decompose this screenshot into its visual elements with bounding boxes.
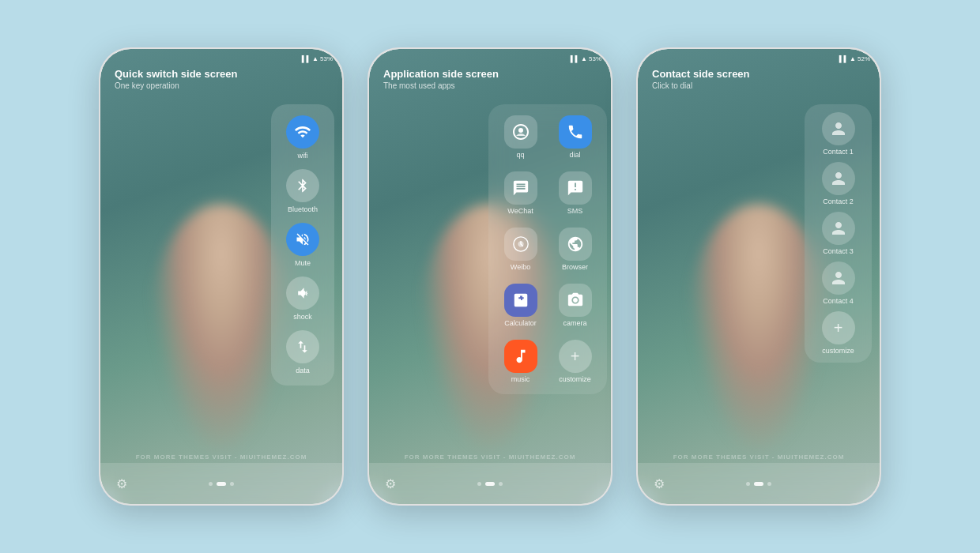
data-icon[interactable] [286, 330, 319, 363]
calculator-icon[interactable] [504, 284, 537, 317]
app-qq[interactable]: qq [495, 111, 546, 164]
phone-2-bottom-bar: ⚙ [369, 463, 611, 504]
sms-icon[interactable] [559, 171, 592, 205]
contact-1-avatar[interactable] [822, 112, 855, 145]
browser-label: Browser [562, 263, 588, 271]
page-indicator [209, 482, 234, 486]
settings-icon[interactable]: ⚙ [116, 476, 130, 491]
dot-1-2 [477, 482, 481, 486]
contact-4-avatar[interactable] [822, 261, 855, 295]
shock-label: shock [293, 313, 312, 321]
app-weibo[interactable]: Weibo [495, 223, 546, 276]
bluetooth-icon[interactable] [286, 169, 319, 202]
dot-2-2 [485, 482, 495, 486]
data-label: data [296, 367, 310, 374]
app-dial[interactable]: dial [549, 111, 601, 164]
app-sms[interactable]: SMS [549, 167, 601, 220]
svg-rect-3 [520, 302, 522, 303]
phone-2-watermark: FOR MORE THEMES VISIT - MIUITHEMEZ.COM [369, 453, 611, 461]
page-indicator-2 [477, 482, 503, 486]
signal-icon-3: ▌▌ [839, 55, 848, 62]
contact-customize-label: customize [822, 347, 854, 355]
phone-1-screen: ▌▌ ▲ 53% Quick switch side screen One ke… [100, 49, 342, 504]
contact-1-label: Contact 1 [823, 148, 854, 156]
mute-icon[interactable] [286, 223, 319, 256]
wifi-icon-2: ▲ [581, 55, 587, 62]
wechat-label: WeChat [507, 207, 533, 215]
bluetooth-label: Bluetooth [288, 205, 318, 213]
app-music[interactable]: music [495, 335, 546, 388]
phone-2-title: Application side screen [383, 68, 499, 80]
contact-4[interactable]: Contact 4 [809, 261, 867, 305]
customize-add-icon[interactable]: + [559, 340, 592, 373]
weibo-icon[interactable] [504, 228, 537, 261]
settings-icon-2[interactable]: ⚙ [385, 476, 399, 491]
qq-label: qq [516, 151, 524, 159]
phone-2-screen: ▌▌ ▲ 53% Application side screen The mos… [369, 49, 611, 504]
status-icons-2: ▌▌ ▲ 53% [571, 55, 601, 62]
dot-3-2 [499, 482, 503, 486]
phone-1-watermark: FOR MORE THEMES VISIT - MIUITHEMEZ.COM [100, 453, 342, 461]
contact-2-avatar[interactable] [822, 162, 855, 195]
svg-point-0 [518, 128, 523, 133]
app-camera[interactable]: camera [549, 279, 601, 332]
phone-1-bottom-bar: ⚙ [100, 463, 342, 504]
app-calculator[interactable]: Calculator [495, 279, 546, 332]
phone-2-header: Application side screen The most used ap… [383, 68, 499, 90]
data-toggle[interactable]: data [286, 330, 319, 374]
camera-label: camera [563, 319, 586, 327]
calculator-label: Calculator [504, 319, 537, 327]
dot-2 [217, 482, 226, 486]
settings-icon-3[interactable]: ⚙ [654, 476, 668, 491]
phone-3-bottom-bar: ⚙ [638, 463, 880, 504]
mute-label: Mute [295, 259, 311, 267]
dot-1-3 [746, 482, 750, 486]
battery-text: 53% [320, 55, 333, 62]
phone-1-title: Quick switch side screen [115, 68, 237, 80]
phone-3-title: Contact side screen [652, 68, 750, 80]
dot-2-3 [754, 482, 763, 486]
app-browser[interactable]: Browser [549, 223, 601, 276]
phone-2: ▌▌ ▲ 53% Application side screen The mos… [368, 47, 612, 506]
dial-icon[interactable] [559, 115, 592, 149]
camera-icon[interactable] [559, 284, 592, 317]
phone-3-status-bar: ▌▌ ▲ 52% [638, 55, 880, 62]
phone-3-subtitle: Click to dial [652, 81, 750, 90]
contact-1[interactable]: Contact 1 [809, 112, 867, 156]
app-wechat[interactable]: WeChat [495, 167, 546, 220]
contact-2-label: Contact 2 [823, 198, 854, 205]
contact-4-label: Contact 4 [823, 297, 854, 305]
shock-icon[interactable] [286, 276, 319, 310]
phone-1-status-bar: ▌▌ ▲ 53% [100, 55, 342, 62]
music-icon[interactable] [504, 340, 537, 373]
weibo-label: Weibo [511, 263, 530, 271]
wifi-status-icon: ▲ [312, 55, 318, 62]
dot-3 [230, 482, 234, 486]
signal-icon-2: ▌▌ [571, 55, 579, 62]
dot-3-3 [767, 482, 771, 486]
bluetooth-toggle[interactable]: Bluetooth [286, 169, 319, 213]
phone-1: ▌▌ ▲ 53% Quick switch side screen One ke… [99, 47, 344, 506]
battery-text-3: 52% [858, 55, 870, 62]
wifi-label: wifi [298, 152, 308, 160]
contact-3-avatar[interactable] [822, 212, 855, 245]
wechat-icon[interactable] [504, 171, 537, 205]
contact-3-label: Contact 3 [823, 247, 854, 255]
browser-icon[interactable] [559, 228, 592, 261]
mute-toggle[interactable]: Mute [286, 223, 319, 267]
shock-toggle[interactable]: shock [286, 276, 319, 321]
music-label: music [511, 375, 530, 383]
svg-rect-2 [517, 302, 518, 303]
contact-add-icon[interactable]: + [822, 311, 855, 344]
contact-customize[interactable]: + customize [809, 311, 867, 355]
wifi-icon[interactable] [286, 115, 319, 149]
app-customize[interactable]: + customize [549, 335, 601, 388]
phone-1-header: Quick switch side screen One key operati… [115, 68, 237, 90]
phone-3: ▌▌ ▲ 52% Contact side screen Click to di… [636, 47, 881, 506]
customize-label: customize [559, 375, 591, 383]
contact-3[interactable]: Contact 3 [809, 212, 867, 255]
contact-panel: Contact 1 Contact 2 Contact 3 [805, 104, 872, 363]
wifi-toggle[interactable]: wifi [286, 115, 319, 160]
contact-2[interactable]: Contact 2 [809, 162, 867, 205]
qq-icon[interactable] [504, 115, 537, 149]
